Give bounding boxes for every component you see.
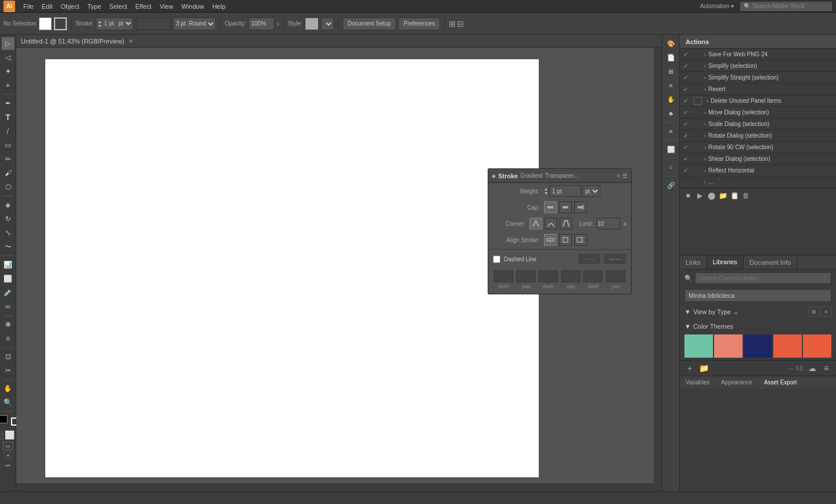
menu-view[interactable]: View [156,2,177,11]
column-graph-tool[interactable]: ≡ [2,332,15,345]
color-btn[interactable]: ⬛ [0,430,3,440]
menu-edit[interactable]: Edit [38,2,56,11]
strip-color[interactable]: 🎨 [665,37,678,50]
weight-input[interactable] [549,185,581,197]
eyedropper-tool[interactable]: 💉 [2,286,15,299]
limit-input[interactable] [597,218,620,229]
bevel-corner-btn[interactable] [560,218,572,229]
fill-swatch[interactable] [39,17,52,30]
color-swatch-3[interactable] [744,334,772,358]
strip-circle[interactable]: ○ [665,161,678,174]
gradient-btn[interactable]: ⬜ [5,430,15,440]
appearance-tab[interactable]: Appearance [715,376,758,388]
action-item[interactable]: ✓ › Scale Dialog (selection) [680,118,836,130]
stroke-style-select[interactable]: 3 pt. Round [173,17,216,30]
menu-help[interactable]: Help [209,2,229,11]
rect-tool[interactable]: ▭ [2,139,15,152]
color-swatch-5[interactable] [803,334,831,358]
type-tool[interactable]: T [2,111,15,124]
projecting-cap-btn[interactable] [574,201,587,213]
action-item[interactable]: ✓ › Move Dialog (selection) [680,107,836,118]
weight-down[interactable]: ▼ [544,191,548,195]
record-btn[interactable]: ⬤ [707,191,716,200]
lib-add-btn[interactable]: + [684,363,695,373]
weight-up[interactable]: ▲ [544,187,548,191]
action-item[interactable]: ✓ › Delete Unused Panel Items [680,95,836,107]
color-swatch-4[interactable] [773,334,802,358]
stroke-swatch[interactable] [54,17,67,30]
hand-tool[interactable]: ✋ [2,382,15,395]
magic-wand-tool[interactable]: ✦ [2,65,15,78]
asset-export-tab[interactable]: Asset Export [758,376,803,388]
grid-view-btn[interactable]: ⊞ [809,307,819,317]
align-outside-btn[interactable] [574,234,587,246]
round-corner-btn[interactable] [545,218,557,229]
dashed-style-2[interactable]: — — [603,253,626,265]
more-tools[interactable]: ••• [5,463,10,469]
canvas-tab-close[interactable]: × [129,37,133,45]
draw-behind[interactable]: ▪ [5,451,11,459]
eraser-tool[interactable]: ◈ [2,199,15,211]
zoom-tool[interactable]: 🔍 [2,396,15,409]
warp-tool[interactable]: 〜 [2,240,15,253]
action-item[interactable]: › ... [680,177,836,188]
menu-window[interactable]: Window [178,2,208,11]
stroke-unit-select[interactable]: pt [116,20,133,27]
lib-folder-btn[interactable]: 📁 [698,363,709,373]
menu-select[interactable]: Select [106,2,131,11]
lib-search-input[interactable] [695,272,831,284]
delete-btn[interactable]: 🗑 [741,191,751,200]
menu-type[interactable]: Type [84,2,105,11]
action-item[interactable]: ✓ › Revert [680,84,836,95]
butt-cap-btn[interactable] [544,201,557,213]
action-item[interactable]: ✓ › Simplify (selection) [680,60,836,72]
lib-more-btn[interactable]: ≡ [821,363,831,373]
round-cap-btn[interactable] [559,201,572,213]
strip-square[interactable]: ⬜ [665,143,678,156]
strip-club[interactable]: ♣ [665,107,678,120]
graph-tool[interactable]: 📊 [2,258,15,271]
rotate-tool[interactable]: ↻ [2,213,15,225]
new-set-btn[interactable]: 📋 [730,191,739,200]
stroke-down[interactable]: ▼ [98,24,102,28]
strip-page[interactable]: 📄 [665,51,678,64]
symbol-sprayer-tool[interactable]: ❋ [2,318,15,331]
weight-unit-select[interactable]: pt [582,185,600,197]
lib-cloud-btn[interactable]: ☁ [807,363,817,373]
action-item[interactable]: ✓ › Reflect Horizontal [680,165,836,177]
lasso-tool[interactable]: ⌖ [2,79,15,92]
action-item[interactable]: ✓ › Shear Dialog (selection) [680,153,836,165]
preferences-btn[interactable]: Preferences [398,17,440,30]
strip-link[interactable]: 🔗 [665,179,678,192]
slice-tool[interactable]: ✂ [2,364,15,377]
stop-btn[interactable]: ■ [683,191,693,200]
stroke-panel-more[interactable]: » [617,172,620,179]
lib-tab-docinfo[interactable]: Document Info [744,255,798,269]
dash-input-2[interactable] [539,271,558,282]
miter-corner-btn[interactable] [529,218,542,229]
scrollbar-right[interactable] [654,48,662,491]
action-item[interactable]: ✓ › Save For Web PNG 24 [680,49,836,60]
strip-align[interactable]: ≡ [665,79,678,92]
action-item[interactable]: ✓ › Simplify Straight (selection) [680,72,836,84]
action-checkbox[interactable] [694,97,702,105]
line-tool[interactable]: / [2,125,15,138]
play-btn[interactable]: ▶ [695,191,704,200]
stroke-up[interactable]: ▲ [98,20,102,24]
brush-tool[interactable]: 🖌 [2,167,15,179]
variables-tab[interactable]: Variables [680,376,715,388]
transparen-tab[interactable]: Transparen... [545,172,579,179]
pen-tool[interactable]: ✒ [2,97,15,110]
scrollbar-bottom[interactable] [16,483,654,491]
color-swatch-2[interactable] [714,334,743,358]
action-item[interactable]: ✓ › Rotate 90 CW (selection) [680,142,836,153]
pencil-tool[interactable]: ✏ [2,153,15,165]
search-stock[interactable]: 🔍 Search Adobe Stock [740,1,833,12]
menu-file[interactable]: File [20,2,37,11]
lib-name-input[interactable] [684,289,831,302]
action-item[interactable]: ✓ › Rotate Dialog (selection) [680,130,836,142]
lib-tab-links[interactable]: Links [680,255,707,269]
document-setup-btn[interactable]: Document Setup [343,17,397,30]
scale-tool[interactable]: ⤡ [2,226,15,239]
align-inside-btn[interactable] [559,234,572,246]
